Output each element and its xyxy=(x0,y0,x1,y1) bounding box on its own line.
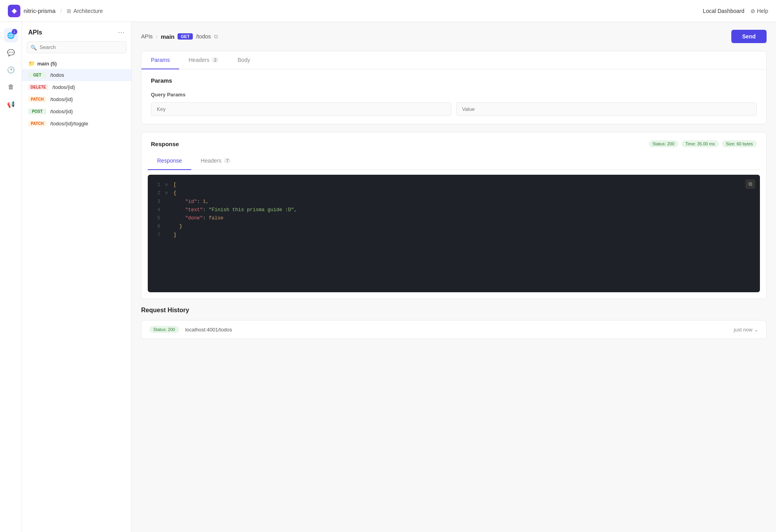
sidebar-icon-bell[interactable]: 📢 xyxy=(4,97,18,111)
icon-badge: 1 xyxy=(12,29,17,34)
history-status-badge: Status: 200 xyxy=(149,326,179,333)
query-params-row xyxy=(141,102,766,124)
method-badge-post: POST xyxy=(28,109,46,114)
tab-response-headers-label: Headers xyxy=(201,157,221,164)
response-panel: Response Status: 200 Time: 35.00 ms Size… xyxy=(141,132,767,299)
help-link[interactable]: ⊘ Help xyxy=(751,8,768,14)
api-path: /todos xyxy=(50,72,64,78)
param-key-input[interactable] xyxy=(151,102,451,116)
response-header: Response Status: 200 Time: 35.00 ms Size… xyxy=(141,132,766,147)
history-time-label: just now xyxy=(734,327,752,333)
api-path: /todos/{id} xyxy=(52,84,75,90)
query-params-subtitle: Query Params xyxy=(141,89,766,102)
code-line-1: 1 v [ xyxy=(154,181,754,189)
tab-params[interactable]: Params xyxy=(141,51,179,69)
project-name[interactable]: nitric-prisma xyxy=(24,7,56,14)
api-path: /todos/{id}/toggle xyxy=(50,121,88,127)
tab-response-label: Response xyxy=(157,157,182,164)
response-time-badge: Time: 35.00 ms xyxy=(682,140,719,147)
tab-headers-label: Headers xyxy=(189,57,209,63)
path-apis[interactable]: APIs xyxy=(141,33,153,40)
headers-badge: 2 xyxy=(212,57,219,63)
tab-body[interactable]: Body xyxy=(228,51,259,69)
search-icon: 🔍 xyxy=(31,44,37,50)
history-time: just now ⌄ xyxy=(734,327,758,333)
icon-sidebar: 🌐 1 💬 🕐 🗑 📢 xyxy=(0,22,22,532)
group-header[interactable]: 📁 main (5) xyxy=(22,58,131,69)
navbar: ◆ nitric-prisma / ⊞ Architecture Local D… xyxy=(0,0,776,22)
help-label: Help xyxy=(757,8,768,14)
tab-body-label: Body xyxy=(238,57,250,63)
request-history-section: Request History Status: 200 localhost:40… xyxy=(141,307,767,339)
code-line-7: 7 ] xyxy=(154,231,754,239)
method-badge-get: GET xyxy=(28,72,46,78)
method-badge-delete: DELETE xyxy=(28,84,48,90)
copy-endpoint-icon[interactable]: ⧉ xyxy=(214,33,218,40)
arch-icon: ⊞ xyxy=(67,8,71,14)
tab-response-headers[interactable]: Headers 7 xyxy=(191,152,240,170)
tab-response[interactable]: Response xyxy=(148,152,191,170)
apis-title: APIs xyxy=(28,29,42,36)
tab-params-label: Params xyxy=(151,57,170,63)
response-title: Response xyxy=(151,141,179,147)
code-line-5: 5 "done": false xyxy=(154,214,754,223)
help-icon: ⊘ xyxy=(751,8,755,14)
nav-separator: / xyxy=(60,8,62,14)
api-sidebar-header: APIs ··· xyxy=(22,28,131,41)
history-url: localhost:4001/todos xyxy=(185,327,728,333)
search-input[interactable] xyxy=(27,41,127,53)
params-tabs: Params Headers 2 Body xyxy=(141,51,766,69)
path-endpoint: /todos xyxy=(196,33,211,40)
response-badges: Status: 200 Time: 35.00 ms Size: 60 byte… xyxy=(649,140,757,147)
code-block: ⧉ 1 v [ 2 v { 3 "id": 1, 4 xyxy=(148,175,760,292)
api-sidebar: APIs ··· 🔍 📁 main (5) GET /todos DELETE … xyxy=(22,22,132,532)
chevron-down-icon: ⌄ xyxy=(754,327,758,333)
tab-headers[interactable]: Headers 2 xyxy=(179,51,228,69)
method-badge-patch-toggle: PATCH xyxy=(28,121,46,127)
more-options-button[interactable]: ··· xyxy=(118,28,125,36)
response-status-badge: Status: 200 xyxy=(649,140,678,147)
path-main: main xyxy=(161,33,174,40)
main-content: APIs › main GET /todos ⧉ Send Params Hea… xyxy=(132,22,776,532)
sidebar-icon-clock[interactable]: 🕐 xyxy=(4,63,18,77)
api-group-main: 📁 main (5) GET /todos DELETE /todos/{id}… xyxy=(22,58,131,133)
request-history-title: Request History xyxy=(141,307,767,314)
api-item-patch-todos-id[interactable]: PATCH /todos/{id} xyxy=(22,93,131,105)
path-bar: APIs › main GET /todos ⧉ Send xyxy=(141,30,767,43)
param-row xyxy=(151,102,757,116)
sidebar-icon-chat[interactable]: 💬 xyxy=(4,45,18,60)
code-line-2: 2 v { xyxy=(154,189,754,197)
copy-code-button[interactable]: ⧉ xyxy=(745,179,755,189)
architecture-link[interactable]: ⊞ Architecture xyxy=(67,8,103,14)
param-value-input[interactable] xyxy=(456,102,757,116)
api-path: /todos/{id} xyxy=(50,96,73,102)
local-dashboard-link[interactable]: Local Dashboard xyxy=(703,8,744,14)
app-logo[interactable]: ◆ xyxy=(8,5,20,17)
params-panel: Params Headers 2 Body Params Query Param… xyxy=(141,51,767,124)
api-item-get-todos[interactable]: GET /todos xyxy=(22,69,131,81)
code-line-6: 6 } xyxy=(154,223,754,231)
response-headers-badge: 7 xyxy=(224,158,231,163)
response-size-badge: Size: 60 bytes xyxy=(722,140,757,147)
api-item-delete-todos-id[interactable]: DELETE /todos/{id} xyxy=(22,81,131,93)
navbar-left: ◆ nitric-prisma / ⊞ Architecture xyxy=(8,5,103,17)
api-path: /todos/{id} xyxy=(50,109,73,114)
history-item[interactable]: Status: 200 localhost:4001/todos just no… xyxy=(141,320,767,339)
sidebar-icon-database[interactable]: 🗑 xyxy=(4,80,18,94)
params-section-title: Params xyxy=(141,69,766,89)
api-item-patch-todos-id-toggle[interactable]: PATCH /todos/{id}/toggle xyxy=(22,118,131,130)
group-name: main (5) xyxy=(37,61,57,67)
arch-label: Architecture xyxy=(74,8,103,14)
api-item-post-todos-id[interactable]: POST /todos/{id} xyxy=(22,105,131,118)
path-method-badge: GET xyxy=(178,33,193,40)
group-icon: 📁 xyxy=(28,60,35,67)
main-layout: 🌐 1 💬 🕐 🗑 📢 APIs ··· 🔍 📁 main (5) GET /t… xyxy=(0,22,776,532)
search-box: 🔍 xyxy=(27,41,127,53)
code-line-3: 3 "id": 1, xyxy=(154,198,754,206)
response-tabs: Response Headers 7 xyxy=(148,152,760,170)
send-button[interactable]: Send xyxy=(731,30,767,43)
sidebar-icon-globe[interactable]: 🌐 1 xyxy=(4,28,18,42)
code-line-4: 4 "text": "Finish this prisma guide :D", xyxy=(154,206,754,214)
method-badge-patch: PATCH xyxy=(28,96,46,102)
path-sep1: › xyxy=(156,33,158,40)
